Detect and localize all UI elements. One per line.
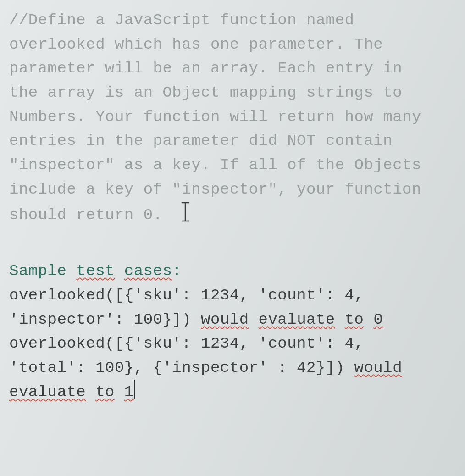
comment-line: parameter will be an array. Each entry i…	[9, 56, 459, 81]
comment-line: Numbers. Your function will return how m…	[9, 105, 459, 129]
spellcheck-word: would	[201, 311, 249, 328]
code-line: evaluate to 1	[9, 380, 459, 404]
text-cursor-icon	[180, 202, 190, 222]
code-text	[115, 383, 124, 401]
problem-comment: //Define a JavaScript function named ove…	[9, 8, 459, 227]
spellcheck-word: 0	[373, 311, 383, 328]
code-text: 'inspector': 100}])	[9, 311, 201, 328]
code-line: 'inspector': 100}]) would evaluate to 0	[9, 308, 459, 332]
code-line: 'total': 100}, {'inspector' : 42}]) woul…	[9, 356, 459, 380]
sample-header-text: :	[172, 262, 182, 280]
spellcheck-word: 1	[124, 383, 134, 401]
sample-header-text: Sample	[9, 262, 76, 280]
code-text	[364, 311, 373, 328]
spellcheck-word: would	[354, 359, 403, 376]
comment-line: the array is an Object mapping strings t…	[9, 81, 459, 105]
code-line: overlooked([{'sku': 1234, 'count': 4,	[9, 332, 459, 356]
code-text	[249, 311, 259, 328]
spacing	[9, 227, 459, 259]
comment-line: entries in the parameter did NOT contain	[9, 129, 459, 153]
code-text	[335, 311, 345, 328]
comment-text: should return 0.	[9, 206, 162, 224]
sample-header-text	[115, 262, 124, 280]
comment-line: overlooked which has one parameter. The	[9, 33, 459, 57]
spellcheck-word: evaluate	[259, 311, 335, 328]
comment-line: //Define a JavaScript function named	[9, 8, 459, 33]
sample-header-line: Sample test cases:	[9, 259, 459, 283]
sample-section[interactable]: Sample test cases: overlooked([{'sku': 1…	[9, 259, 459, 404]
code-text	[86, 383, 95, 401]
spellcheck-word: to	[345, 311, 364, 328]
spellcheck-word: test	[76, 262, 115, 280]
spellcheck-word: cases	[124, 262, 172, 280]
code-text: 'total': 100}, {'inspector' : 42}])	[9, 359, 354, 376]
comment-line: "inspector" as a key. If all of the Obje…	[9, 153, 459, 177]
spellcheck-word: to	[95, 383, 115, 401]
spellcheck-word: evaluate	[9, 383, 86, 401]
comment-line: should return 0.	[9, 202, 459, 227]
code-line: overlooked([{'sku': 1234, 'count': 4,	[9, 283, 459, 308]
comment-line: include a key of "inspector", your funct…	[9, 177, 459, 202]
text-caret-icon	[134, 380, 135, 399]
